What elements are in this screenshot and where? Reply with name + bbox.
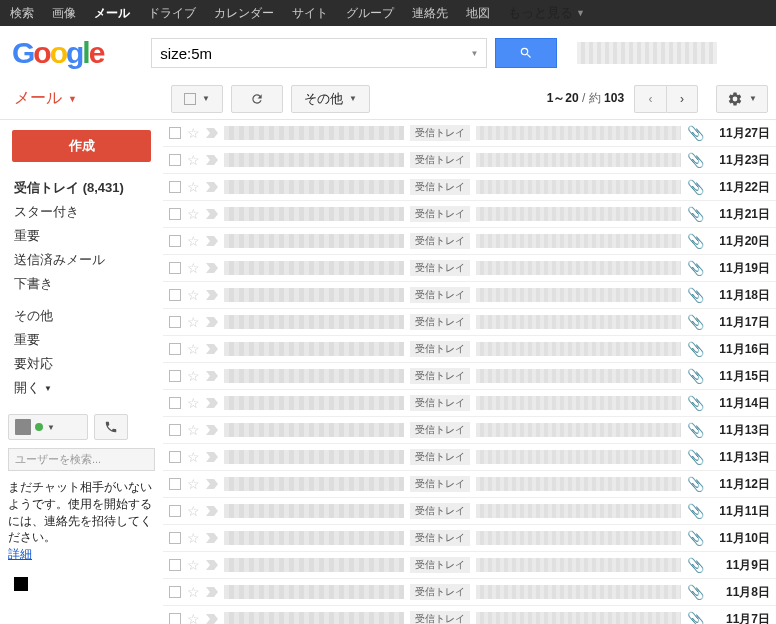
importance-icon[interactable] bbox=[206, 371, 218, 381]
table-row[interactable]: ☆受信トレイ📎11月21日 bbox=[163, 201, 776, 228]
importance-icon[interactable] bbox=[206, 614, 218, 624]
importance-icon[interactable] bbox=[206, 128, 218, 138]
table-row[interactable]: ☆受信トレイ📎11月10日 bbox=[163, 525, 776, 552]
table-row[interactable]: ☆受信トレイ📎11月14日 bbox=[163, 390, 776, 417]
sidebar-item-important[interactable]: 重要 bbox=[8, 224, 155, 248]
table-row[interactable]: ☆受信トレイ📎11月19日 bbox=[163, 255, 776, 282]
star-icon[interactable]: ☆ bbox=[187, 206, 200, 222]
sidebar-item-drafts[interactable]: 下書き bbox=[8, 272, 155, 296]
importance-icon[interactable] bbox=[206, 344, 218, 354]
row-checkbox[interactable] bbox=[169, 613, 181, 624]
more-actions-button[interactable]: その他▼ bbox=[291, 85, 370, 113]
star-icon[interactable]: ☆ bbox=[187, 449, 200, 465]
row-checkbox[interactable] bbox=[169, 370, 181, 382]
importance-icon[interactable] bbox=[206, 452, 218, 462]
chat-search-input[interactable]: ユーザーを検索... bbox=[8, 448, 155, 471]
star-icon[interactable]: ☆ bbox=[187, 125, 200, 141]
table-row[interactable]: ☆受信トレイ📎11月22日 bbox=[163, 174, 776, 201]
chat-phone-button[interactable] bbox=[94, 414, 128, 440]
row-checkbox[interactable] bbox=[169, 505, 181, 517]
search-input[interactable] bbox=[160, 45, 470, 62]
next-page-button[interactable]: › bbox=[666, 85, 698, 113]
row-checkbox[interactable] bbox=[169, 451, 181, 463]
importance-icon[interactable] bbox=[206, 317, 218, 327]
select-all-button[interactable]: ▼ bbox=[171, 85, 223, 113]
row-checkbox[interactable] bbox=[169, 316, 181, 328]
importance-icon[interactable] bbox=[206, 560, 218, 570]
nav-mail[interactable]: メール bbox=[94, 5, 130, 22]
importance-icon[interactable] bbox=[206, 263, 218, 273]
star-icon[interactable]: ☆ bbox=[187, 530, 200, 546]
importance-icon[interactable] bbox=[206, 209, 218, 219]
star-icon[interactable]: ☆ bbox=[187, 476, 200, 492]
row-checkbox[interactable] bbox=[169, 559, 181, 571]
table-row[interactable]: ☆受信トレイ📎11月8日 bbox=[163, 579, 776, 606]
table-row[interactable]: ☆受信トレイ📎11月11日 bbox=[163, 498, 776, 525]
importance-icon[interactable] bbox=[206, 587, 218, 597]
row-checkbox[interactable] bbox=[169, 532, 181, 544]
table-row[interactable]: ☆受信トレイ📎11月13日 bbox=[163, 417, 776, 444]
nav-groups[interactable]: グループ bbox=[346, 5, 394, 22]
nav-more[interactable]: もっと見る▼ bbox=[508, 4, 585, 22]
star-icon[interactable]: ☆ bbox=[187, 557, 200, 573]
star-icon[interactable]: ☆ bbox=[187, 341, 200, 357]
table-row[interactable]: ☆受信トレイ📎11月17日 bbox=[163, 309, 776, 336]
table-row[interactable]: ☆受信トレイ📎11月9日 bbox=[163, 552, 776, 579]
sidebar-item-other[interactable]: その他 bbox=[8, 304, 155, 328]
table-row[interactable]: ☆受信トレイ📎11月23日 bbox=[163, 147, 776, 174]
row-checkbox[interactable] bbox=[169, 208, 181, 220]
table-row[interactable]: ☆受信トレイ📎11月16日 bbox=[163, 336, 776, 363]
row-checkbox[interactable] bbox=[169, 154, 181, 166]
sidebar-item-expand[interactable]: 開く▼ bbox=[8, 376, 155, 400]
nav-maps[interactable]: 地図 bbox=[466, 5, 490, 22]
star-icon[interactable]: ☆ bbox=[187, 152, 200, 168]
sidebar-item-inbox[interactable]: 受信トレイ (8,431) bbox=[8, 176, 155, 200]
star-icon[interactable]: ☆ bbox=[187, 287, 200, 303]
star-icon[interactable]: ☆ bbox=[187, 314, 200, 330]
star-icon[interactable]: ☆ bbox=[187, 233, 200, 249]
importance-icon[interactable] bbox=[206, 155, 218, 165]
star-icon[interactable]: ☆ bbox=[187, 395, 200, 411]
importance-icon[interactable] bbox=[206, 182, 218, 192]
importance-icon[interactable] bbox=[206, 290, 218, 300]
table-row[interactable]: ☆受信トレイ📎11月27日 bbox=[163, 120, 776, 147]
row-checkbox[interactable] bbox=[169, 424, 181, 436]
table-row[interactable]: ☆受信トレイ📎11月18日 bbox=[163, 282, 776, 309]
sidebar-item-starred[interactable]: スター付き bbox=[8, 200, 155, 224]
refresh-button[interactable] bbox=[231, 85, 283, 113]
mail-switcher[interactable]: メール▼ bbox=[0, 78, 163, 119]
nav-sites[interactable]: サイト bbox=[292, 5, 328, 22]
importance-icon[interactable] bbox=[206, 236, 218, 246]
sidebar-item-needs-action[interactable]: 要対応 bbox=[8, 352, 155, 376]
importance-icon[interactable] bbox=[206, 398, 218, 408]
row-checkbox[interactable] bbox=[169, 586, 181, 598]
star-icon[interactable]: ☆ bbox=[187, 422, 200, 438]
table-row[interactable]: ☆受信トレイ📎11月7日 bbox=[163, 606, 776, 624]
row-checkbox[interactable] bbox=[169, 397, 181, 409]
nav-contacts[interactable]: 連絡先 bbox=[412, 5, 448, 22]
table-row[interactable]: ☆受信トレイ📎11月12日 bbox=[163, 471, 776, 498]
row-checkbox[interactable] bbox=[169, 262, 181, 274]
sidebar-item-sent[interactable]: 送信済みメール bbox=[8, 248, 155, 272]
nav-search[interactable]: 検索 bbox=[10, 5, 34, 22]
row-checkbox[interactable] bbox=[169, 478, 181, 490]
star-icon[interactable]: ☆ bbox=[187, 503, 200, 519]
importance-icon[interactable] bbox=[206, 506, 218, 516]
table-row[interactable]: ☆受信トレイ📎11月13日 bbox=[163, 444, 776, 471]
importance-icon[interactable] bbox=[206, 425, 218, 435]
chat-detail-link[interactable]: 詳細 bbox=[8, 547, 32, 561]
nav-images[interactable]: 画像 bbox=[52, 5, 76, 22]
search-options-dropdown[interactable]: ▼ bbox=[470, 49, 478, 58]
star-icon[interactable]: ☆ bbox=[187, 260, 200, 276]
star-icon[interactable]: ☆ bbox=[187, 584, 200, 600]
star-icon[interactable]: ☆ bbox=[187, 368, 200, 384]
row-checkbox[interactable] bbox=[169, 127, 181, 139]
compose-button[interactable]: 作成 bbox=[12, 130, 151, 162]
importance-icon[interactable] bbox=[206, 479, 218, 489]
row-checkbox[interactable] bbox=[169, 235, 181, 247]
chat-user-button[interactable]: ▼ bbox=[8, 414, 88, 440]
settings-button[interactable]: ▼ bbox=[716, 85, 768, 113]
table-row[interactable]: ☆受信トレイ📎11月20日 bbox=[163, 228, 776, 255]
row-checkbox[interactable] bbox=[169, 181, 181, 193]
star-icon[interactable]: ☆ bbox=[187, 611, 200, 624]
